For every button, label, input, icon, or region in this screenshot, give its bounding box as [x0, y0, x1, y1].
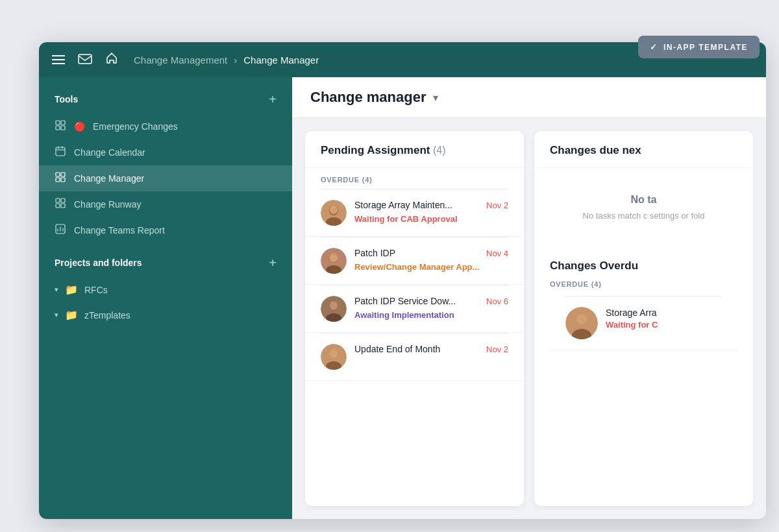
task-item[interactable]: Patch IDP Service Dow... Nov 6 Awaiting … — [305, 285, 524, 333]
svg-rect-7 — [61, 173, 65, 176]
folder-item-ztemplates[interactable]: ▾ 📁 zTemplates — [39, 302, 292, 328]
overdue-label: OVERDUE (4) — [305, 168, 524, 189]
folder-icon: 📁 — [65, 284, 78, 296]
task-name: Storage Array Mainten... — [354, 200, 452, 210]
add-tool-button[interactable]: + — [269, 93, 277, 106]
svg-rect-1 — [56, 121, 60, 125]
card2-header: Changes due nex — [534, 131, 753, 168]
sidebar-item-change-runway[interactable]: Change Runway — [39, 191, 292, 217]
add-project-button[interactable]: + — [269, 256, 277, 269]
body-area: Tools + 🔴 Emergency Changes — [39, 77, 766, 519]
tools-label: Tools — [55, 94, 78, 104]
chart-icon — [55, 224, 66, 237]
page-title-dropdown-icon[interactable]: ▾ — [433, 91, 438, 104]
page-title: Change manager — [310, 89, 427, 106]
card1-count: (4) — [433, 145, 446, 156]
card2-title: Changes due nex — [550, 144, 641, 156]
task-item[interactable]: Storage Arra Waiting for C — [550, 296, 737, 350]
sidebar-item-change-teams-report[interactable]: Change Teams Report — [39, 217, 292, 243]
avatar — [321, 344, 347, 370]
avatar — [565, 307, 598, 339]
task-item[interactable]: Storage Array Mainten... Nov 2 Waiting f… — [305, 189, 524, 237]
sidebar-item-emergency-changes[interactable]: 🔴 Emergency Changes — [39, 114, 292, 139]
task-content: Patch IDP Service Dow... Nov 6 Awaiting … — [354, 296, 508, 320]
main-content: Change manager ▾ Pending Assignment (4) … — [292, 77, 766, 519]
changes-due-card: Changes due nex No ta No tasks match c s… — [534, 131, 753, 506]
mail-icon[interactable] — [78, 53, 92, 67]
task-name: Storage Arra — [606, 308, 657, 318]
svg-rect-9 — [61, 178, 65, 182]
svg-rect-13 — [61, 204, 65, 208]
task-status: Waiting for C — [606, 320, 658, 330]
svg-rect-6 — [56, 173, 60, 176]
sidebar-item-label: Change Teams Report — [74, 225, 165, 236]
svg-point-19 — [330, 206, 338, 214]
svg-rect-8 — [56, 178, 60, 182]
task-date: Nov 4 — [486, 248, 508, 258]
svg-rect-4 — [61, 126, 65, 130]
task-content: Update End of Month Nov 2 — [354, 344, 508, 357]
sidebar-item-change-calendar[interactable]: Change Calendar — [39, 139, 292, 165]
task-name: Patch IDP Service Dow... — [354, 296, 456, 306]
svg-point-27 — [330, 350, 338, 358]
svg-point-24 — [330, 302, 338, 310]
breadcrumb-current: Change Manager — [243, 54, 319, 66]
task-item[interactable]: Patch IDP Nov 4 Review/Change Manager Ap… — [305, 237, 524, 285]
svg-rect-2 — [61, 121, 65, 125]
grid-icon — [55, 198, 66, 211]
changes-overdue-section: Changes Overdu OVERDUE (4) — [534, 247, 753, 350]
inapp-template-badge: IN-APP TEMPLATE — [638, 36, 760, 58]
hamburger-menu-icon[interactable] — [52, 55, 65, 64]
task-name: Patch IDP — [354, 248, 395, 258]
svg-rect-10 — [56, 199, 60, 202]
task-status: Review/Change Manager App... — [354, 262, 479, 272]
sidebar-item-change-manager[interactable]: Change Manager — [39, 165, 292, 191]
calendar-icon — [55, 146, 66, 159]
emergency-emoji: 🔴 — [74, 121, 85, 132]
card1-title: Pending Assignment — [321, 144, 430, 156]
no-tasks-title: No ta — [631, 194, 657, 206]
folder-icon: 📁 — [65, 309, 78, 321]
svg-point-21 — [330, 254, 338, 262]
svg-rect-3 — [56, 126, 60, 130]
chevron-down-icon: ▾ — [55, 285, 58, 294]
breadcrumb-parent[interactable]: Change Management — [134, 54, 227, 66]
pending-assignment-card: Pending Assignment (4) OVERDUE (4) — [305, 131, 524, 506]
changes-overdue-title: Changes Overdu — [550, 260, 737, 272]
home-icon[interactable] — [105, 52, 118, 68]
grid-icon — [55, 120, 66, 133]
avatar — [321, 248, 347, 274]
sidebar-item-label: Change Manager — [74, 173, 144, 184]
task-content: Patch IDP Nov 4 Review/Change Manager Ap… — [354, 248, 508, 272]
svg-rect-0 — [79, 54, 92, 64]
card1-header: Pending Assignment (4) — [305, 131, 524, 168]
task-status: Awaiting Implementation — [354, 310, 454, 320]
breadcrumb: Change Management › Change Manager — [134, 54, 319, 66]
cards-area: Pending Assignment (4) OVERDUE (4) — [292, 118, 766, 519]
sidebar-item-label: Change Runway — [74, 199, 142, 210]
task-content: Storage Array Mainten... Nov 2 Waiting f… — [354, 200, 508, 224]
grid-icon — [55, 172, 66, 185]
task-date: Nov 2 — [486, 200, 508, 210]
task-date: Nov 2 — [486, 345, 508, 354]
svg-rect-5 — [56, 147, 65, 156]
sidebar-item-label: Change Calendar — [74, 147, 145, 158]
projects-label: Projects and folders — [55, 258, 142, 268]
chevron-down-icon: ▾ — [55, 311, 58, 319]
app-container: Change Management › Change Manager Tools… — [39, 42, 766, 519]
sidebar: Tools + 🔴 Emergency Changes — [39, 77, 292, 519]
task-name: Update End of Month — [354, 344, 440, 354]
svg-rect-11 — [61, 199, 65, 202]
no-tasks-subtitle: No tasks match c settings or fold — [583, 211, 705, 221]
projects-section-header: Projects and folders + — [39, 243, 292, 277]
task-date: Nov 6 — [486, 296, 508, 306]
tools-section-header: Tools + — [39, 93, 292, 114]
task-status: Waiting for CAB Approval — [354, 214, 458, 224]
task-item[interactable]: Update End of Month Nov 2 — [305, 333, 524, 381]
folder-label: zTemplates — [84, 310, 130, 320]
avatar — [321, 200, 347, 226]
svg-rect-12 — [56, 204, 60, 208]
avatar — [321, 296, 347, 322]
sidebar-item-label: Emergency Changes — [93, 121, 178, 132]
folder-item-rfcs[interactable]: ▾ 📁 RFCs — [39, 277, 292, 302]
